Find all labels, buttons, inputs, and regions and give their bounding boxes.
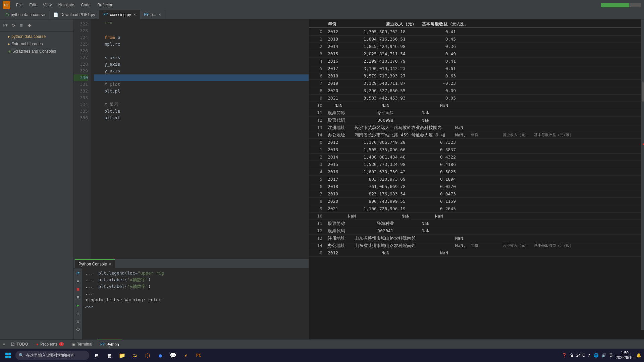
menu-code[interactable]: Code (78, 2, 93, 8)
console-close2-icon[interactable]: ✕ (75, 310, 82, 317)
taskbar-notification-icon[interactable]: 🔔 (636, 353, 641, 358)
wechat-button[interactable]: 💬 (168, 350, 178, 361)
sidebar-sync-icon[interactable]: ⟳ (10, 22, 17, 29)
console-tab-label: Python Console (78, 262, 107, 266)
taskbar-search-text: 在这里输入你要搜索的内容 (26, 353, 74, 358)
file-explorer-button[interactable]: 📁 (117, 350, 127, 361)
taskbar-weather-icon: 🌤 (570, 353, 574, 358)
table-row: 620183,579,717,393.270.63 (309, 72, 644, 80)
tab-terminal[interactable]: ▣ Terminal (68, 340, 96, 349)
sidebar-settings-icon[interactable]: ⚙ (26, 22, 33, 29)
menu-file[interactable]: File (13, 2, 25, 8)
taskbar-chevron-icon[interactable]: ∧ (588, 353, 591, 358)
task-view-button[interactable]: ⊞ (91, 350, 102, 361)
tab-python-label: Python (106, 342, 119, 347)
tree-item-scratches[interactable]: ◈ Scratches and Consoles (0, 48, 73, 55)
table-row: 320151,530,773,334.980.4186 (309, 161, 644, 168)
code-content[interactable]: """ from p mpl.rc x_axis y_axis y_axis #… (91, 19, 309, 259)
progress-bar (601, 3, 641, 7)
taskbar-help-icon[interactable]: ❓ (562, 353, 567, 358)
tree-item-project-label: python data course (11, 34, 46, 39)
table-row: 10NaNNaNNaN (309, 213, 644, 220)
start-button[interactable] (3, 350, 13, 361)
data-header-1: 年份 营业收入（元） 基本每股收益（元/股） (309, 21, 644, 28)
console-rerun-icon[interactable]: ⟳ (75, 270, 82, 277)
progress-fill (601, 3, 629, 7)
console-output: ... plt.legend(loc="upper rig ... plt.xl… (83, 268, 309, 339)
scrollbar[interactable] (641, 19, 644, 330)
table-row: 420162,299,410,170.790.41 (309, 58, 644, 65)
console-warning: <input>:1: UserWarning: color (85, 297, 161, 303)
tab-pdf[interactable]: 📄 Download PDF1.py (49, 10, 99, 19)
console-line-4: ... (85, 290, 93, 297)
tab-processing-close[interactable]: ✕ (133, 13, 136, 16)
tab-todo[interactable]: ☑ TODO (8, 340, 31, 349)
console-stop-icon[interactable]: ■ (75, 286, 82, 293)
menu-refactor[interactable]: Refactor (95, 2, 115, 8)
tab-processing-label: ccessing.py (110, 12, 131, 17)
tab-python[interactable]: PY Python (97, 340, 122, 349)
table-row: 10NaNNaNNaN (309, 102, 644, 109)
table-row: 14办公地址湖南省长沙市车站北路 459 号证券大厦 9 楼NaN,年份营业收入… (309, 131, 644, 139)
tab-extra[interactable]: PY p... ✕ (140, 10, 165, 19)
tab-extra-close[interactable]: ✕ (158, 13, 161, 16)
menu-view[interactable]: View (40, 2, 54, 8)
console-body: ⟳ ≡ ■ ⊟ ▶ ✕ ⚙ ⏱ ... plt.legend(loc="uppe… (74, 268, 309, 339)
app2-button[interactable]: ⚡ (180, 350, 191, 361)
todo-icon: ☑ (11, 342, 15, 347)
tab-problems[interactable]: ● Problems 1 (33, 340, 67, 349)
app1-button[interactable]: ⬡ (142, 350, 153, 361)
col-year-1: 年份 (325, 21, 352, 27)
sidebar-p-label: P▼ (2, 22, 9, 29)
svg-rect-0 (5, 353, 8, 355)
chrome-button[interactable]: ● (155, 350, 166, 361)
sidebar-collapse-icon[interactable]: ≡ (18, 22, 25, 29)
console-run-icon[interactable]: ▶ (75, 302, 82, 309)
tree-item-libs[interactable]: ▸ External Libraries (0, 40, 73, 48)
project-icon: ⬡ (5, 12, 9, 17)
table-row: 72019823,176,983.540.0473 (309, 190, 644, 198)
svg-rect-3 (8, 356, 11, 358)
folder-button[interactable]: 🗂 (129, 350, 140, 361)
tab-terminal-label: Terminal (77, 342, 92, 347)
console-tab-close[interactable]: ✕ (109, 262, 111, 266)
console-gear-icon[interactable]: ⚙ (75, 318, 82, 325)
tab-project-label: python data course (11, 12, 45, 17)
col-eps-1: 基本每股收益（元/股） (419, 21, 469, 27)
console-clear-icon[interactable]: ⊟ (75, 294, 82, 301)
console-scroll-icon[interactable]: ≡ (75, 278, 82, 285)
app-logo: PC (3, 1, 10, 9)
pycharm-button[interactable]: PC (193, 350, 204, 361)
taskbar-network-icon[interactable]: 🌐 (594, 353, 599, 358)
taskbar-time: 1:50 (616, 351, 634, 355)
console-line-1: ... plt.legend(loc= (85, 270, 138, 277)
tree-item-scratches-label: Scratches and Consoles (12, 49, 56, 54)
tab-pdf-label: Download PDF1.py (60, 12, 95, 17)
scratches-icon: ◈ (8, 49, 11, 54)
widgets-button[interactable]: ▦ (104, 350, 115, 361)
console-clock-icon[interactable]: ⏱ (75, 326, 82, 333)
menu-navigate[interactable]: Navigate (56, 2, 77, 8)
taskbar-lang[interactable]: 英 (609, 353, 613, 358)
menu-edit[interactable]: Edit (26, 2, 39, 8)
table-row: 320152,025,824,711.540.49 (309, 50, 644, 58)
tab-project[interactable]: ⬡ python data course (1, 10, 49, 19)
tab-python-console[interactable]: Python Console ✕ (75, 259, 115, 268)
tab-problems-label: Problems (40, 342, 57, 347)
console-line-3: ... plt.ylabel( (85, 283, 127, 290)
table-row: 11股票简称登海种业NaN (309, 220, 644, 227)
table-row: 520173,190,019,342.230.61 (309, 65, 644, 72)
taskbar-search[interactable]: 🔍 在这里输入你要搜索的内容 (15, 351, 89, 360)
project-sidebar: P▼ ⟳ ≡ ⚙ ▸ python data course ▸ External… (0, 19, 74, 339)
taskbar-volume-icon[interactable]: 🔊 (601, 353, 606, 358)
search-icon: 🔍 (19, 353, 24, 358)
sidebar-toolbar: P▼ ⟳ ≡ ⚙ (0, 19, 73, 32)
tree-item-libs-label: External Libraries (11, 42, 43, 46)
table-row: 14办公地址山东省莱州市城山路农科院南邻NaN,年份营业收入（元）基本每股收益（… (309, 242, 644, 249)
console-tab-bar: Python Console ✕ (74, 259, 309, 268)
tree-item-project[interactable]: ▸ python data course (0, 33, 73, 40)
data-table-scroll[interactable]: 年份 营业收入（元） 基本每股收益（元/股） 020121,705,309,76… (309, 19, 644, 339)
console-prompt[interactable]: >>> (85, 303, 93, 310)
table-row: 13注册地址长沙市芙蓉区远大二路马坡岭农业高科技园内NaN (309, 124, 644, 131)
tab-processing[interactable]: PY ccessing.py ✕ (99, 10, 140, 19)
